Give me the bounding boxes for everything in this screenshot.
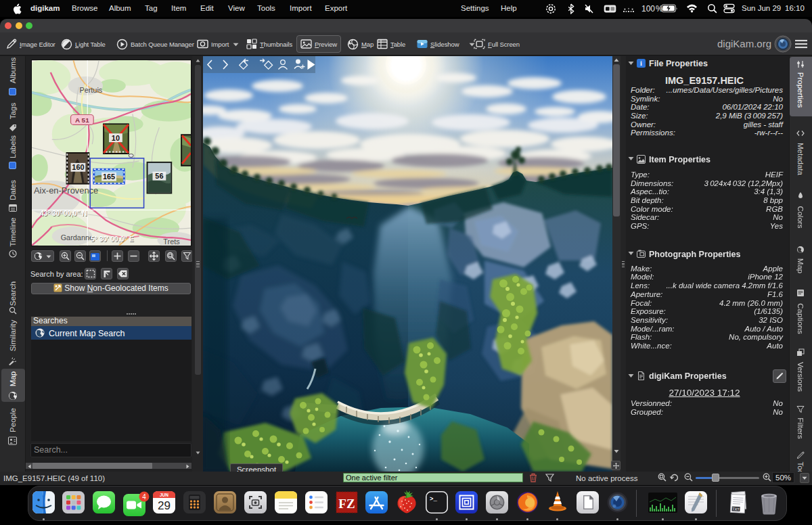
- svg-text:Aix-en-Provence: Aix-en-Provence: [34, 185, 98, 196]
- svg-text:160: 160: [72, 163, 84, 171]
- svg-text:A 51: A 51: [75, 116, 89, 124]
- svg-text:29: 29: [158, 499, 171, 512]
- svg-text:4: 4: [142, 493, 146, 501]
- svg-text:43° 30' 00,0" N: 43° 30' 00,0" N: [40, 210, 87, 217]
- svg-text:TXT: TXT: [732, 507, 740, 511]
- svg-text:Pertuis: Pertuis: [79, 86, 102, 94]
- svg-text:JUN: JUN: [160, 493, 168, 497]
- svg-text:5° 30' 00,0" E: 5° 30' 00,0" E: [91, 235, 134, 243]
- svg-text:Gardanne: Gardanne: [61, 233, 93, 242]
- svg-text:56: 56: [155, 172, 163, 180]
- svg-text:>_: >_: [430, 496, 437, 503]
- svg-text:165: 165: [103, 173, 115, 181]
- svg-text:10: 10: [112, 134, 120, 142]
- svg-text:FZ: FZ: [338, 497, 355, 511]
- svg-text:Trets: Trets: [163, 237, 180, 246]
